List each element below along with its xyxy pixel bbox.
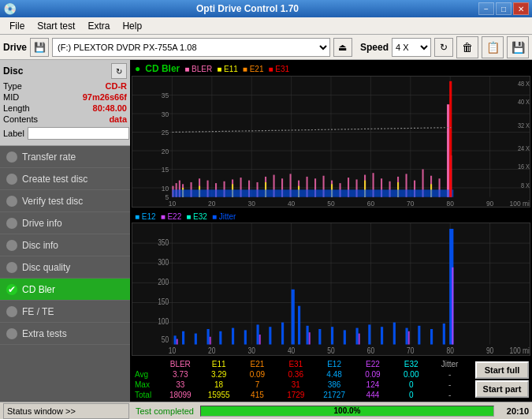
disc-title: Disc xyxy=(3,65,23,77)
chart1-header: ● CD Bler ■ BLER ■ E11 ■ E21 ■ E31 xyxy=(132,62,530,76)
disc-refresh-btn[interactable]: ↻ xyxy=(111,63,127,79)
svg-rect-147 xyxy=(408,331,410,344)
table-row-total: Total 18099 15955 415 1729 21727 444 0 - xyxy=(133,390,469,400)
refresh-button[interactable]: ↻ xyxy=(434,38,453,57)
svg-rect-129 xyxy=(307,325,309,344)
row-total-e12: 21727 xyxy=(315,390,354,400)
col-e32: E32 xyxy=(392,359,430,369)
copy-button[interactable]: 📋 xyxy=(482,36,504,58)
svg-rect-131 xyxy=(331,327,333,344)
legend2-jitter: ■ Jitter xyxy=(212,212,236,221)
legend2-e22: ■ E22 xyxy=(161,212,182,221)
sidebar: Disc ↻ Type CD-R MID 97m26s66f Length 80… xyxy=(0,60,130,402)
status-window-button[interactable]: Status window >> xyxy=(3,403,129,419)
sidebar-label-cd-bler: CD Bler xyxy=(22,284,55,295)
svg-rect-144 xyxy=(259,334,261,344)
row-total-bler: 18099 xyxy=(161,390,199,400)
svg-text:100 min: 100 min xyxy=(510,200,530,206)
sidebar-item-extra-tests[interactable]: Extra tests xyxy=(0,323,130,345)
svg-text:40: 40 xyxy=(288,200,295,206)
col-e12: E12 xyxy=(315,359,354,369)
main-area: Disc ↻ Type CD-R MID 97m26s66f Length 80… xyxy=(0,60,532,402)
menu-start-test[interactable]: Start test xyxy=(31,19,81,33)
row-max-e31: 31 xyxy=(277,380,315,390)
svg-text:30: 30 xyxy=(248,200,255,206)
disc-panel: Disc ↻ Type CD-R MID 97m26s66f Length 80… xyxy=(0,60,130,146)
minimize-button[interactable]: − xyxy=(478,2,494,15)
eject-button[interactable]: ⏏ xyxy=(333,38,352,57)
drive-select[interactable]: (F:) PLEXTOR DVDR PX-755A 1.08 xyxy=(52,38,330,57)
sidebar-item-verify-test-disc[interactable]: Verify test disc xyxy=(0,190,130,212)
row-total-label: Total xyxy=(133,390,161,400)
svg-rect-73 xyxy=(447,104,449,197)
row-max-jitter: - xyxy=(430,380,469,390)
sidebar-item-transfer-rate[interactable]: Transfer rate xyxy=(0,146,130,168)
svg-rect-124 xyxy=(292,289,295,344)
svg-text:20: 20 xyxy=(162,147,169,155)
row-avg-e21: 0.09 xyxy=(238,369,277,380)
svg-text:40: 40 xyxy=(288,345,296,354)
svg-rect-125 xyxy=(298,305,300,344)
menu-bar: File Start test Extra Help xyxy=(0,17,532,35)
menu-file[interactable]: File xyxy=(3,19,31,33)
col-e31: E31 xyxy=(277,359,315,369)
start-part-button[interactable]: Start part xyxy=(475,380,529,398)
start-full-button[interactable]: Start full xyxy=(475,361,529,379)
col-e22: E22 xyxy=(354,359,392,369)
svg-rect-137 xyxy=(406,327,408,344)
menu-extra[interactable]: Extra xyxy=(81,19,116,33)
svg-rect-138 xyxy=(418,325,420,344)
svg-text:48 X: 48 X xyxy=(518,80,530,87)
svg-text:8 X: 8 X xyxy=(521,182,530,189)
svg-rect-127 xyxy=(269,327,271,344)
nav-dot-disc-info xyxy=(6,240,17,251)
label-input[interactable] xyxy=(28,127,129,140)
close-button[interactable]: ✕ xyxy=(513,2,529,15)
sidebar-item-disc-info[interactable]: Disc info xyxy=(0,234,130,256)
nav-dot-cd-bler: ✔ xyxy=(6,284,17,295)
svg-rect-121 xyxy=(219,331,221,344)
menu-help[interactable]: Help xyxy=(116,19,148,33)
sidebar-label-extra-tests: Extra tests xyxy=(22,328,67,339)
sidebar-item-drive-info[interactable]: Drive info xyxy=(0,212,130,234)
svg-rect-84 xyxy=(172,189,453,196)
sidebar-label-disc-info: Disc info xyxy=(22,240,58,251)
row-avg-e32: 0.00 xyxy=(392,369,430,380)
svg-text:60: 60 xyxy=(367,345,375,354)
legend-e21: ■ E21 xyxy=(243,65,264,73)
sidebar-item-disc-quality[interactable]: Disc quality xyxy=(0,256,130,279)
svg-text:90: 90 xyxy=(486,200,493,206)
sidebar-item-cd-bler[interactable]: ✔ CD Bler xyxy=(0,279,130,301)
drive-label: Drive xyxy=(3,42,27,53)
svg-rect-123 xyxy=(244,330,247,344)
svg-rect-122 xyxy=(232,327,234,344)
svg-text:24 X: 24 X xyxy=(518,145,530,152)
maximize-button[interactable]: □ xyxy=(496,2,512,15)
sidebar-label-create-test-disc: Create test disc xyxy=(22,174,87,185)
drive-icon-btn[interactable]: 💾 xyxy=(30,38,49,57)
col-bler: BLER xyxy=(161,359,199,369)
svg-text:60: 60 xyxy=(367,200,374,206)
contents-label: Contents xyxy=(3,114,38,124)
svg-text:200: 200 xyxy=(158,276,169,286)
nav-dot-extra-tests xyxy=(6,328,17,339)
data-table-wrap: BLER E11 E21 E31 E12 E22 E32 Jitter Avg … xyxy=(130,357,472,402)
eraser-button[interactable]: 🗑 xyxy=(456,36,478,58)
svg-text:20: 20 xyxy=(208,200,215,206)
speed-select[interactable]: 4 X 1 X 2 X 8 X 16 X xyxy=(392,38,431,57)
row-total-jitter: - xyxy=(430,390,469,400)
svg-rect-142 xyxy=(177,339,178,344)
row-max-label: Max xyxy=(133,380,161,390)
sidebar-item-fe-te[interactable]: FE / TE xyxy=(0,301,130,323)
svg-rect-146 xyxy=(359,333,360,344)
progress-bar: 100.0% xyxy=(200,406,494,417)
speed-label: Speed xyxy=(360,42,389,53)
save-button[interactable]: 💾 xyxy=(507,36,529,58)
sidebar-item-create-test-disc[interactable]: Create test disc xyxy=(0,168,130,190)
sidebar-label-fe-te: FE / TE xyxy=(22,306,54,317)
svg-text:300: 300 xyxy=(158,256,169,266)
row-avg-bler: 3.73 xyxy=(161,369,199,380)
legend-e11: ■ E11 xyxy=(217,65,238,73)
svg-text:10: 10 xyxy=(162,184,169,193)
svg-text:50: 50 xyxy=(162,334,169,343)
